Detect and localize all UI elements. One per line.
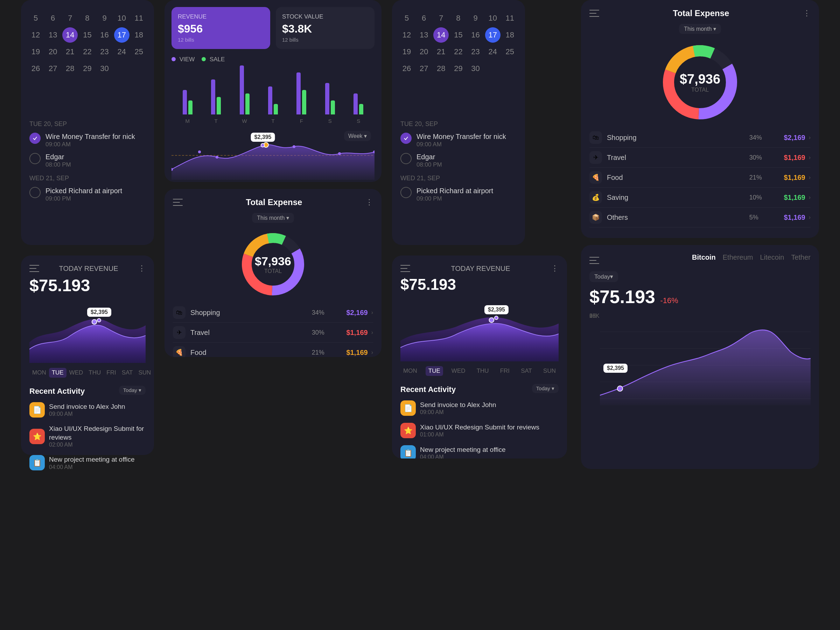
cal-day[interactable]: 13	[416, 27, 431, 43]
cal-day[interactable]: 25	[502, 44, 518, 60]
cal-day[interactable]: 28	[433, 61, 449, 76]
cal-day[interactable]: 10	[485, 11, 501, 26]
expense-row-food-r[interactable]: 🍕 Food 21% $1,169 ›	[589, 167, 811, 188]
expense-row-saving-r[interactable]: 💰 Saving 10% $1,169 ›	[589, 188, 811, 208]
cal-day[interactable]: 30	[468, 61, 483, 76]
tab-tether[interactable]: Tether	[791, 253, 811, 261]
cal-day[interactable]: 22	[450, 44, 466, 60]
day-tab-wed[interactable]: WED	[66, 368, 86, 377]
cal-day-17[interactable]: 17	[114, 27, 129, 43]
cal-day[interactable]: 29	[450, 61, 466, 76]
cal-day-14[interactable]: 14	[433, 27, 449, 43]
more-options-icon-2[interactable]: ⋮	[551, 264, 559, 273]
cal-day[interactable]: 9	[468, 11, 483, 26]
cal-day[interactable]: 11	[502, 11, 518, 26]
day-tab-wed-2[interactable]: WED	[449, 366, 468, 376]
cal-day[interactable]: 27	[416, 61, 431, 76]
activity-time-2-2: 01:00 AM	[420, 431, 539, 438]
cal-day[interactable]: 8	[79, 11, 95, 26]
cal-day[interactable]: 23	[468, 44, 483, 60]
btc-tooltip: $2,395	[603, 364, 628, 373]
cal-day[interactable]: 18	[131, 27, 147, 43]
today-badge-2[interactable]: Today ▾	[532, 384, 559, 393]
menu-icon[interactable]	[29, 265, 39, 272]
cal-day[interactable]: 20	[416, 44, 431, 60]
cal-day[interactable]: 29	[79, 61, 95, 76]
today-badge[interactable]: Today ▾	[119, 386, 145, 395]
cal-day[interactable]: 20	[45, 44, 60, 60]
day-tab-sun[interactable]: SUN	[136, 368, 154, 377]
day-tab-thu[interactable]: THU	[86, 368, 104, 377]
cal-day[interactable]: 12	[28, 27, 43, 43]
cal-day[interactable]: 16	[97, 27, 112, 43]
expense-row-travel[interactable]: ✈ Travel 30% $1,169 ›	[173, 323, 373, 343]
bar-label: S	[328, 118, 332, 124]
bitcoin-period-badge[interactable]: Today ▾	[589, 271, 618, 282]
cal-day[interactable]: 24	[485, 44, 501, 60]
day-tab-sun-2[interactable]: SUN	[540, 366, 559, 376]
cal-day[interactable]: 30	[97, 61, 112, 76]
cal-day[interactable]: 9	[97, 11, 112, 26]
cal-day[interactable]: 23	[97, 44, 112, 60]
bar-view	[211, 79, 215, 114]
cal-day[interactable]: 16	[468, 27, 483, 43]
expense-row-food[interactable]: 🍕 Food 21% $1,169 ›	[173, 343, 373, 357]
cal-day[interactable]: 25	[131, 44, 147, 60]
cal-day[interactable]: 6	[416, 11, 431, 26]
day-tab-thu-2[interactable]: THU	[474, 366, 492, 376]
cal-day[interactable]: 26	[399, 61, 414, 76]
cal-day-14[interactable]: 14	[62, 27, 78, 43]
menu-icon-2[interactable]	[400, 265, 410, 272]
day-tab-fri-2[interactable]: FRI	[497, 366, 512, 376]
expense-row-shopping[interactable]: 🛍 Shopping 34% $2,169 ›	[173, 303, 373, 323]
cal-day[interactable]: 21	[62, 44, 78, 60]
cal-day[interactable]: 7	[433, 11, 449, 26]
cal-day[interactable]: 5	[399, 11, 414, 26]
more-options-icon[interactable]: ⋮	[365, 198, 373, 207]
cal-day[interactable]: 15	[79, 27, 95, 43]
cal-day[interactable]: 10	[114, 11, 129, 26]
tab-litecoin[interactable]: Litecoin	[760, 253, 784, 261]
activity-item-2-2: ⭐ Xiao UI/UX Redesign Submit for reviews…	[400, 419, 559, 442]
day-tab-mon-2[interactable]: MON	[400, 366, 420, 376]
tab-bitcoin[interactable]: Bitcoin	[692, 253, 716, 261]
period-badge-right[interactable]: This month ▾	[679, 24, 721, 34]
cal-day[interactable]: 6	[45, 11, 60, 26]
cal-day[interactable]: 5	[28, 11, 43, 26]
menu-icon-3[interactable]	[589, 10, 599, 17]
menu-icon-bitcoin[interactable]	[589, 257, 599, 264]
tab-ethereum[interactable]: Ethereum	[723, 253, 753, 261]
cal-day[interactable]: 21	[433, 44, 449, 60]
cal-day[interactable]: 11	[131, 11, 147, 26]
more-options-icon[interactable]: ⋮	[138, 264, 145, 273]
category-amount-r: $1,169	[774, 194, 805, 202]
cal-day[interactable]: 19	[399, 44, 414, 60]
cal-day[interactable]: 12	[399, 27, 414, 43]
day-tab-sat-2[interactable]: SAT	[518, 366, 535, 376]
cal-day-17[interactable]: 17	[485, 27, 501, 43]
cal-day[interactable]: 19	[28, 44, 43, 60]
period-badge[interactable]: This month ▾	[252, 213, 294, 223]
cal-day[interactable]: 13	[45, 27, 60, 43]
cal-day[interactable]: 15	[450, 27, 466, 43]
cal-day[interactable]: 26	[28, 61, 43, 76]
cal-day[interactable]: 27	[45, 61, 60, 76]
day-tab-tue[interactable]: TUE	[49, 368, 66, 377]
day-tab-tue-2[interactable]: TUE	[426, 366, 443, 376]
day-tab-fri[interactable]: FRI	[104, 368, 118, 377]
more-options-icon-3[interactable]: ⋮	[803, 9, 811, 18]
day-tab-mon[interactable]: MON	[29, 368, 49, 377]
expense-row-shopping-r[interactable]: 🛍 Shopping 34% $2,169 ›	[589, 128, 811, 148]
activity-item-2-3: 📋 New project meeting at office 04:00 AM	[400, 442, 559, 458]
menu-icon[interactable]	[173, 199, 183, 206]
expense-row-travel-r[interactable]: ✈ Travel 30% $1,169 ›	[589, 148, 811, 167]
week-badge[interactable]: Week ▾	[344, 131, 371, 141]
cal-day[interactable]: 8	[450, 11, 466, 26]
cal-day[interactable]: 7	[62, 11, 78, 26]
day-tab-sat[interactable]: SAT	[119, 368, 136, 377]
cal-day[interactable]: 22	[79, 44, 95, 60]
cal-day[interactable]: 18	[502, 27, 518, 43]
cal-day[interactable]: 28	[62, 61, 78, 76]
expense-row-others-r[interactable]: 📦 Others 5% $1,169 ›	[589, 208, 811, 227]
cal-day[interactable]: 24	[114, 44, 129, 60]
